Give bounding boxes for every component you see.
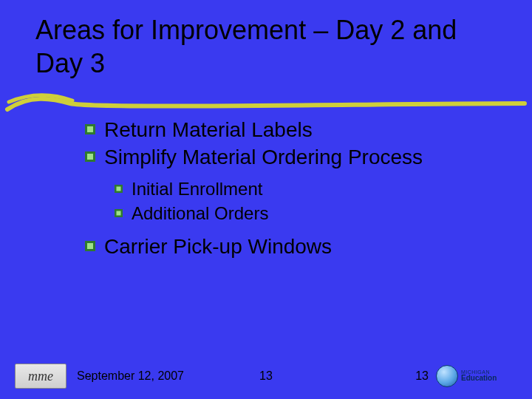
svg-rect-9: [87, 243, 93, 249]
sub-list: Initial Enrollment Additional Orders: [85, 171, 502, 233]
svg-rect-5: [117, 187, 121, 191]
bullet-icon: [115, 209, 123, 217]
bullet-text: Carrier Pick-up Windows: [104, 233, 332, 259]
svg-rect-1: [87, 126, 93, 132]
globe-icon: [436, 365, 458, 387]
bullet-icon: [85, 151, 95, 162]
title-area: Areas for Improvement – Day 2 and Day 3: [0, 0, 532, 80]
bullet-text: Additional Orders: [132, 202, 268, 225]
content-area: Return Material Labels Simplify Material…: [0, 80, 532, 259]
bullet-text: Initial Enrollment: [132, 177, 262, 200]
list-item: Initial Enrollment: [115, 177, 502, 200]
bullet-text: Return Material Labels: [104, 117, 313, 143]
list-item: Carrier Pick-up Windows: [85, 233, 502, 259]
svg-rect-7: [117, 211, 121, 216]
page-number: 13: [415, 369, 429, 383]
list-item: Simplify Material Ordering Process: [85, 144, 502, 170]
list-item: Additional Orders: [115, 202, 502, 225]
footer-date: September 12, 2007: [77, 369, 184, 383]
bullet-icon: [85, 124, 95, 134]
mme-logo: mme: [15, 364, 66, 389]
list-item: Return Material Labels: [85, 117, 502, 143]
bullet-icon: [85, 241, 95, 251]
michigan-education-logo: MICHIGAN Education: [436, 364, 502, 389]
logo-line2: Education: [461, 375, 497, 383]
footer-right: 13 MICHIGAN Education: [415, 364, 502, 389]
logo-text: MICHIGAN Education: [461, 369, 497, 383]
slide-title: Areas for Improvement – Day 2 and Day 3: [35, 13, 502, 80]
bullet-icon: [115, 185, 123, 193]
page-number: 13: [259, 369, 273, 383]
bullet-text: Simplify Material Ordering Process: [104, 144, 423, 170]
footer: mme September 12, 2007 13 13 MICHIGAN Ed…: [0, 364, 532, 389]
svg-rect-3: [87, 154, 93, 160]
